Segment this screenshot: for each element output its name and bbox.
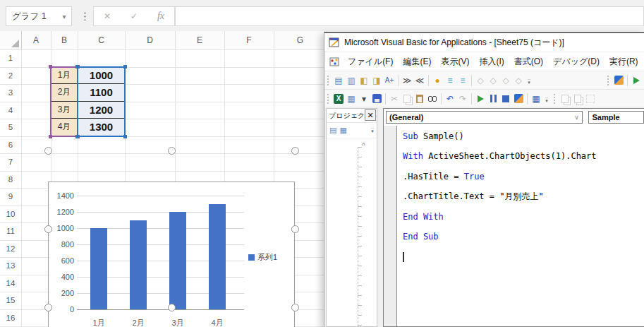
find-icon[interactable] [426,93,439,105]
comment-block-icon[interactable]: ≡ [444,74,456,86]
cell-B5[interactable]: 4月 [51,119,78,136]
cell-C2[interactable]: 1000 [78,67,125,85]
name-box-dropdown-icon[interactable]: ▾ [57,13,71,20]
outdent-icon[interactable]: ≪ [413,74,426,86]
chevron-down-icon[interactable]: ∨ [571,114,582,121]
clear-bookmarks-icon[interactable]: ◇ [512,74,525,86]
row-header-4[interactable]: 4 [0,102,22,119]
project-explorer-icon[interactable]: ▦ [530,93,542,105]
cell-B2[interactable]: 1月 [51,67,78,85]
column-header-a[interactable]: A [21,31,51,49]
row-header-11[interactable]: 11 [0,222,22,240]
toolbar-grip-icon[interactable] [553,93,556,104]
column-header-c[interactable]: C [78,31,126,49]
chart-bar[interactable] [209,204,226,310]
excel-icon[interactable]: X [332,93,345,105]
chart-selection-handle[interactable] [44,147,52,155]
cell-C3[interactable]: 1100 [78,84,125,102]
vba-title-bar[interactable]: Microsoft Visual Basic for Applications … [324,33,644,52]
enter-icon[interactable]: ✓ [130,11,138,21]
row-header-14[interactable]: 14 [0,275,22,292]
chart-selection-handle[interactable] [44,304,52,311]
chart-selection-handle[interactable] [168,304,176,311]
view-object-icon[interactable]: ▦ [339,126,346,135]
bring-to-front-icon[interactable] [559,93,571,105]
range-handle[interactable] [123,135,127,138]
paste-icon[interactable] [413,93,426,105]
reset-icon[interactable] [499,93,512,105]
column-header-e[interactable]: E [175,31,225,49]
range-handle[interactable] [49,65,52,69]
menu-item-7[interactable]: 実行(R) [604,56,643,68]
menu-item-3[interactable]: 表示(V) [436,56,474,68]
project-tree[interactable]: ^ [327,138,377,326]
row-header-12[interactable]: 12 [0,240,22,258]
chart-bar[interactable] [90,228,107,309]
chart-bar[interactable] [169,212,186,309]
redo-icon[interactable]: ↷ [456,93,469,105]
toolbar-grip-icon[interactable] [327,93,329,104]
formula-input[interactable] [175,6,644,26]
chart-bar[interactable] [130,220,147,310]
chart-selection-handle[interactable] [44,225,52,233]
project-explorer-header[interactable]: プロジェクト - ✕ [327,109,377,123]
row-header-5[interactable]: 5 [0,119,22,136]
menu-item-4[interactable]: 挿入(I) [474,56,509,68]
previous-bookmark-icon[interactable]: ◇ [499,74,512,86]
view-code-icon[interactable]: ▤ [329,126,336,135]
row-header-7[interactable]: 7 [0,153,22,171]
row-header-16[interactable]: 16 [0,309,22,327]
procedure-dropdown[interactable]: Sample [588,111,644,124]
run-icon[interactable] [474,93,487,105]
name-box[interactable]: グラフ 1 ▾ [6,6,72,26]
range-handle[interactable] [75,65,79,69]
toolbar-overflow-icon[interactable]: ‥▾ [368,125,377,133]
row-header-10[interactable]: 10 [0,206,22,223]
menu-item-1[interactable]: ファイル(F) [343,56,398,68]
save-icon[interactable] [370,93,383,105]
toggle-breakpoint-icon[interactable]: ● [431,74,444,86]
column-header-b[interactable]: B [51,31,78,49]
range-handle[interactable] [123,65,127,69]
column-header-d[interactable]: D [125,31,176,49]
range-handle[interactable] [75,135,79,138]
chart-selection-handle[interactable] [291,304,299,311]
group-icon[interactable] [584,93,597,105]
cut-icon[interactable]: ✂ [388,93,401,105]
toolbar-grip-icon[interactable] [327,75,329,85]
column-header-f[interactable]: F [224,31,274,49]
menu-item-6[interactable]: デバッグ(D) [548,56,604,68]
row-header-13[interactable]: 13 [0,257,22,275]
parameter-info-icon[interactable]: ◨ [370,74,383,86]
cell-B4[interactable]: 3月 [51,102,78,119]
chart-legend[interactable]: 系列1 [248,252,277,263]
list-properties-icon[interactable]: ▤ [332,74,345,86]
chart-selection-handle[interactable] [291,147,299,155]
next-bookmark-icon[interactable]: ◇ [487,74,499,86]
design-mode-icon[interactable] [612,74,625,86]
menu-item-5[interactable]: 書式(O) [509,56,548,68]
toggle-bookmark-icon[interactable]: ◇ [474,74,487,86]
toolbar-overflow-icon[interactable]: ‥▾ [525,76,533,85]
toolbar-grip-icon[interactable] [607,75,609,85]
row-header-2[interactable]: 2 [0,67,22,85]
menu-item-2[interactable]: 編集(E) [398,56,436,68]
code-editor[interactable]: Sub Sample()With ActiveSheet.ChartObject… [397,126,644,326]
cell-C5[interactable]: 1300 [78,119,125,136]
code-window-system-icon[interactable] [329,57,340,67]
quick-info-icon[interactable]: ◧ [358,74,370,86]
send-to-back-icon[interactable] [571,93,584,105]
copy-icon[interactable] [401,93,413,105]
row-header-8[interactable]: 8 [0,171,22,189]
column-header-g[interactable]: G [274,31,327,49]
dropdown-arrow-icon[interactable]: ▾ [358,93,370,105]
row-header-9[interactable]: 9 [0,188,22,206]
cell-C4[interactable]: 1200 [78,102,125,119]
list-constants-icon[interactable]: ▥ [345,74,358,86]
cancel-icon[interactable]: ✕ [104,11,111,21]
run-sub-icon[interactable] [630,74,643,86]
row-header-6[interactable]: 6 [0,136,22,154]
row-header-3[interactable]: 3 [0,84,22,102]
margin-indicator-bar[interactable] [384,126,397,326]
chart-selection-handle[interactable] [291,225,299,233]
